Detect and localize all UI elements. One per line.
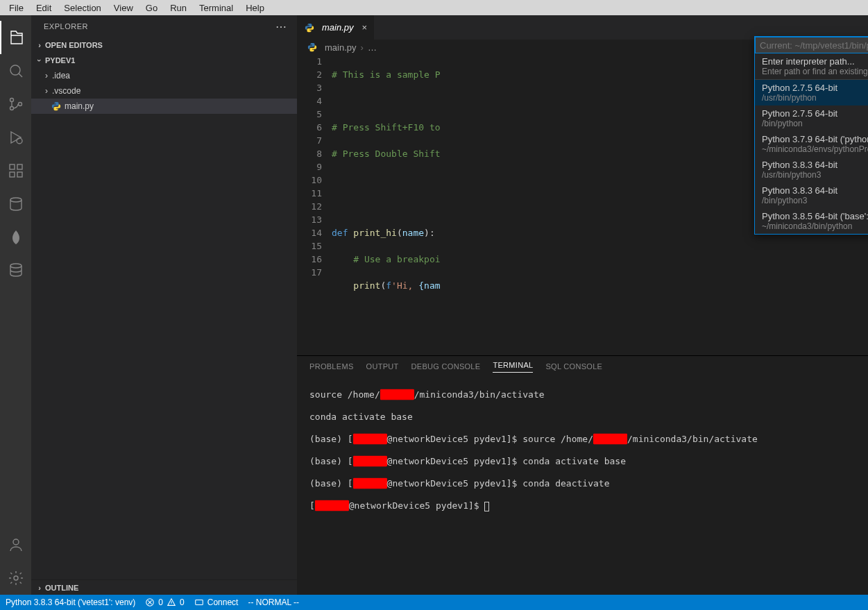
interp-sub: /bin/python3 (762, 196, 868, 205)
outline-label: OUTLINE (45, 584, 78, 592)
run-debug-icon[interactable] (0, 121, 31, 154)
status-vim-mode: -- NORMAL -- (248, 598, 299, 607)
svg-point-10 (10, 264, 22, 268)
search-icon[interactable] (0, 54, 31, 87)
svg-rect-8 (17, 172, 22, 177)
panel-tab-terminal[interactable]: TERMINAL (493, 361, 533, 373)
interp-title: Python 2.7.5 64-bit (762, 83, 868, 93)
interp-title: Python 3.8.5 64-bit ('base': conda) (762, 211, 868, 221)
tree-item-label: .idea (52, 71, 70, 81)
explorer-more-icon[interactable]: ⋯ (275, 20, 287, 33)
connect-icon (194, 598, 204, 607)
menubar: File Edit Selection View Go Run Terminal… (0, 0, 868, 15)
svg-point-3 (18, 103, 22, 106)
interp-sub: /bin/python (762, 119, 868, 128)
menu-view[interactable]: View (108, 1, 139, 15)
interp-title: Python 3.8.3 64-bit (762, 185, 868, 196)
interpreter-input[interactable] (755, 37, 868, 53)
svg-point-2 (10, 107, 13, 110)
terminal-cursor (484, 502, 489, 511)
explorer-sidebar: EXPLORER ⋯ › OPEN EDITORS › PYDEV1 › .id… (31, 15, 297, 595)
outline-section[interactable]: › OUTLINE (31, 579, 297, 595)
svg-point-1 (10, 99, 13, 102)
menu-file[interactable]: File (3, 1, 30, 15)
interp-title: Enter interpreter path... (762, 56, 868, 67)
python-file-icon (51, 101, 62, 112)
interpreter-option[interactable]: Python 2.7.5 64-bit /bin/python (755, 105, 868, 131)
interp-title: Python 2.7.5 64-bit (762, 108, 868, 119)
interp-sub: ~/miniconda3/envs/pythonProject/bin/pyth… (762, 144, 868, 154)
open-editors-section[interactable]: › OPEN EDITORS (31, 37, 297, 53)
python-file-icon (307, 42, 318, 53)
menu-help[interactable]: Help (239, 1, 271, 15)
source-control-icon[interactable] (0, 87, 31, 121)
extensions-icon[interactable] (0, 154, 31, 187)
tree-folder-vscode[interactable]: › .vscode (31, 83, 297, 99)
interpreter-option[interactable]: Python 3.8.3 64-bit /bin/python3 (755, 183, 868, 208)
mongodb-icon[interactable] (0, 221, 31, 254)
error-icon (145, 598, 155, 607)
interpreter-enter-path[interactable]: Enter interpreter path... Enter path or … (755, 53, 868, 80)
tree-item-label: .vscode (52, 86, 80, 96)
database-icon[interactable] (0, 187, 31, 221)
explorer-title: EXPLORER (44, 22, 88, 31)
tree-file-main-py[interactable]: main.py (31, 99, 297, 114)
svg-point-12 (14, 576, 18, 580)
activity-bar (0, 15, 31, 595)
bottom-panel: PROBLEMS OUTPUT DEBUG CONSOLE TERMINAL S… (297, 355, 868, 595)
svg-rect-7 (10, 172, 15, 177)
interpreter-picker: Enter interpreter path... Enter path or … (754, 36, 868, 235)
interp-sub: /usr/bin/python3 (762, 170, 868, 180)
tree-item-label: main.py (65, 101, 94, 111)
svg-point-9 (10, 198, 22, 202)
menu-terminal[interactable]: Terminal (193, 1, 239, 15)
interpreter-option[interactable]: Python 2.7.5 64-bit /usr/bin/python (755, 80, 868, 105)
panel-tab-sql-console[interactable]: SQL CONSOLE (545, 362, 602, 371)
menu-run[interactable]: Run (164, 1, 193, 15)
status-bar: Python 3.8.3 64-bit ('vetest1': venv) 0 … (0, 595, 868, 610)
tab-main-py[interactable]: main.py × (297, 15, 375, 40)
editor-area: main.py × main.py › … 123456789101112131… (297, 15, 868, 595)
menu-go[interactable]: Go (139, 1, 164, 15)
status-connect[interactable]: Connect (194, 598, 239, 607)
close-icon[interactable]: × (362, 22, 368, 33)
folder-section[interactable]: › PYDEV1 (31, 53, 297, 68)
warning-icon (167, 598, 176, 607)
menu-selection[interactable]: Selection (58, 1, 107, 15)
panel-tabs: PROBLEMS OUTPUT DEBUG CONSOLE TERMINAL S… (297, 356, 868, 377)
breadcrumb-file: main.py (325, 42, 357, 53)
database-stack-icon[interactable] (0, 254, 31, 287)
svg-rect-6 (17, 164, 22, 169)
error-count: 0 (158, 598, 163, 607)
line-gutter: 1234567891011121314151617 (297, 55, 332, 355)
warning-count: 0 (180, 598, 185, 607)
interp-sub: Enter path or find an existing interpret… (762, 67, 868, 76)
interp-sub: /usr/bin/python (762, 93, 868, 103)
interpreter-option[interactable]: Python 3.8.3 64-bit /usr/bin/python3 (755, 157, 868, 183)
interpreter-option[interactable]: Python 3.7.9 64-bit ('pythonProject': co… (755, 131, 868, 157)
chevron-right-icon: › (361, 42, 364, 53)
panel-tab-output[interactable]: OUTPUT (366, 362, 399, 371)
chevron-down-icon: › (35, 55, 44, 66)
interp-title: Python 3.7.9 64-bit ('pythonProject': co… (762, 134, 868, 144)
tree-folder-idea[interactable]: › .idea (31, 68, 297, 83)
svg-point-11 (13, 539, 19, 545)
menu-edit[interactable]: Edit (30, 1, 58, 15)
status-interpreter[interactable]: Python 3.8.3 64-bit ('vetest1': venv) (6, 598, 135, 607)
status-problems[interactable]: 0 0 (145, 598, 184, 607)
svg-point-0 (10, 65, 20, 75)
chevron-right-icon: › (34, 584, 45, 592)
panel-tab-problems[interactable]: PROBLEMS (309, 362, 354, 371)
chevron-right-icon: › (41, 71, 52, 81)
folder-label: PYDEV1 (45, 56, 75, 65)
interp-title: Python 3.8.3 64-bit (762, 160, 868, 170)
svg-rect-14 (195, 600, 203, 605)
svg-point-4 (17, 138, 22, 144)
terminal-content[interactable]: source /home/██████/miniconda3/bin/activ… (297, 377, 868, 595)
settings-gear-icon[interactable] (0, 561, 31, 595)
explorer-icon[interactable] (0, 21, 31, 54)
interpreter-option[interactable]: Python 3.8.5 64-bit ('base': conda) ~/mi… (755, 208, 868, 234)
accounts-icon[interactable] (0, 528, 31, 561)
panel-tab-debug-console[interactable]: DEBUG CONSOLE (411, 362, 481, 371)
breadcrumb-rest: … (368, 42, 377, 53)
